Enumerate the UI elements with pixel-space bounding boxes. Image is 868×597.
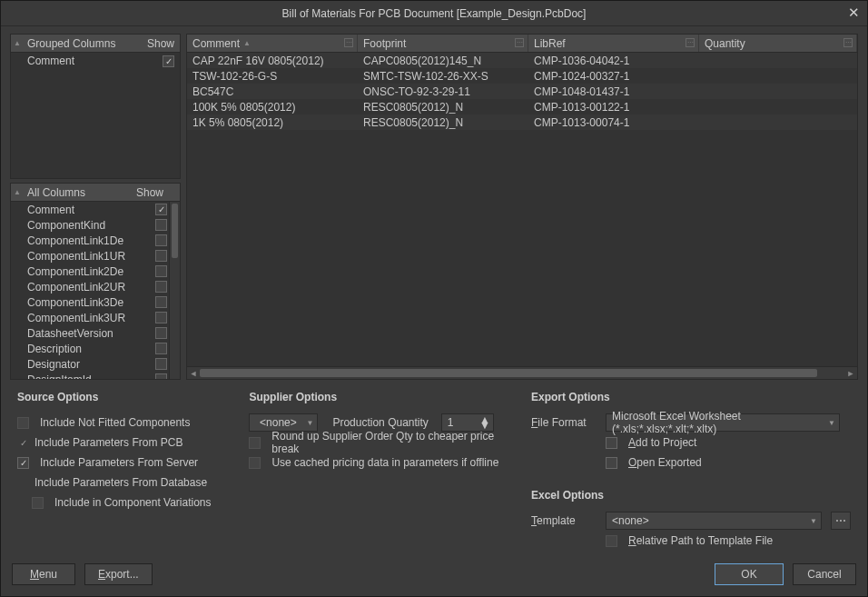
checkbox[interactable] <box>155 204 167 215</box>
grouped-columns-panel: ▲ Grouped Columns Show Comment <box>10 34 181 179</box>
checkbox[interactable] <box>155 358 167 370</box>
options-area: Source Options Include Not Fitted Compon… <box>1 383 867 556</box>
close-icon[interactable]: ✕ <box>848 5 860 21</box>
supplier-dropdown: <none>▼ <box>249 413 318 432</box>
checkbox[interactable] <box>155 327 167 339</box>
option-label: Round up Supplier Order Qty to cheaper p… <box>271 430 522 455</box>
column-name-label: ComponentLink2UR <box>27 281 155 294</box>
all-columns-row[interactable]: DatasheetVersion <box>11 325 180 341</box>
scrollbar-thumb[interactable] <box>200 369 817 377</box>
export-button[interactable]: Export... <box>84 563 153 585</box>
all-columns-row[interactable]: Comment <box>11 202 180 217</box>
filter-icon[interactable]: ⋯ <box>344 38 353 47</box>
button-label: OK <box>741 568 756 581</box>
checkbox[interactable] <box>155 296 167 308</box>
opt-cached-pricing: Use cached pricing data in parameters if… <box>249 453 522 473</box>
filter-icon[interactable]: ⋯ <box>515 38 524 47</box>
checkbox[interactable] <box>606 437 617 449</box>
dialog-footer: Menu Export... OK Cancel <box>1 556 867 596</box>
all-columns-row[interactable]: ComponentLink3De <box>11 294 180 310</box>
checkbox[interactable] <box>17 457 29 469</box>
all-columns-row[interactable]: ComponentLink2UR <box>11 279 180 294</box>
all-columns-header[interactable]: ▲ All Columns Show <box>11 184 180 202</box>
sort-icon[interactable]: ▲ <box>11 188 24 196</box>
column-name-label: Designator <box>27 358 155 371</box>
production-qty-label: Production Quantity <box>332 416 428 429</box>
checkbox[interactable] <box>155 373 167 379</box>
checkbox[interactable] <box>163 55 174 67</box>
all-columns-row[interactable]: DesignItemId <box>11 372 180 379</box>
table-row[interactable]: 1K 5% 0805(2012)RESC0805(2012)_NCMP-1013… <box>187 114 857 130</box>
filter-icon[interactable]: ⋯ <box>843 38 853 47</box>
checkbox[interactable] <box>155 265 167 277</box>
opt-relative-path: Relative Path to Template File <box>531 531 851 551</box>
cell-comment: TSW-102-26-G-S <box>187 70 358 83</box>
col-header-label: Quantity <box>705 37 745 50</box>
grouped-columns-label: Grouped Columns <box>24 37 142 50</box>
all-columns-row[interactable]: Designator <box>11 356 180 372</box>
chevron-down-icon: ▼ <box>307 419 314 427</box>
grid-horizontal-scrollbar[interactable]: ◄ ► <box>187 366 857 379</box>
column-name-label: DatasheetVersion <box>27 327 155 340</box>
table-row[interactable]: TSW-102-26-G-SSMTC-TSW-102-26-XX-SCMP-10… <box>187 68 857 84</box>
opt-open-exported[interactable]: Open Exported <box>531 453 851 473</box>
cancel-button[interactable]: Cancel <box>793 563 856 585</box>
opt-add-to-project[interactable]: Add to Project <box>531 433 851 453</box>
supplier-options: Supplier Options <none>▼ Production Quan… <box>249 391 522 551</box>
col-header-footprint[interactable]: Footprint⋯ <box>358 35 528 52</box>
all-columns-row[interactable]: Description <box>11 341 180 356</box>
sort-asc-icon: ▲ <box>243 39 251 47</box>
all-columns-row[interactable]: ComponentKind <box>11 217 180 233</box>
checkbox[interactable] <box>155 312 167 323</box>
menu-button[interactable]: Menu <box>12 563 75 585</box>
cell-footprint: SMTC-TSW-102-26-XX-S <box>358 70 528 83</box>
checkbox[interactable] <box>155 250 167 262</box>
table-row[interactable]: CAP 22nF 16V 0805(2012)CAPC0805(2012)145… <box>187 53 857 68</box>
filter-icon[interactable]: ⋯ <box>686 38 695 47</box>
option-label: Include Not Fitted Components <box>40 416 190 429</box>
grouped-columns-header[interactable]: ▲ Grouped Columns Show <box>11 35 180 53</box>
opt-round-up-qty: Round up Supplier Order Qty to cheaper p… <box>249 433 522 453</box>
grouped-row[interactable]: Comment <box>11 53 180 69</box>
chevron-down-icon[interactable]: ▼ <box>828 419 835 427</box>
opt-include-params-server[interactable]: Include Parameters From Server <box>17 453 240 473</box>
checkbox[interactable] <box>155 219 167 231</box>
all-columns-row[interactable]: ComponentLink1UR <box>11 248 180 264</box>
col-header-label: Comment <box>192 37 240 50</box>
scroll-right-icon[interactable]: ► <box>844 367 857 379</box>
sort-icon[interactable]: ▲ <box>11 39 24 47</box>
grid-header: Comment▲⋯ Footprint⋯ LibRef⋯ Quantity⋯ <box>187 35 857 53</box>
option-label: Relative Path to Template File <box>628 534 773 547</box>
button-label: Cancel <box>807 568 841 581</box>
all-columns-scrollbar[interactable] <box>169 202 180 379</box>
col-header-comment[interactable]: Comment▲⋯ <box>187 35 358 52</box>
checkbox[interactable] <box>155 343 167 354</box>
table-row[interactable]: BC547CONSC-TO-92-3-29-11CMP-1048-01437-1 <box>187 84 857 99</box>
template-dropdown[interactable]: <none>▼ <box>606 512 822 530</box>
chevron-down-icon[interactable]: ▼ <box>810 517 817 525</box>
dropdown-value: <none> <box>260 416 297 429</box>
scroll-left-icon[interactable]: ◄ <box>187 367 200 379</box>
column-name-label: ComponentLink3UR <box>27 312 155 324</box>
spinner-arrows-icon: ▲▼ <box>479 417 490 428</box>
checkbox[interactable] <box>155 281 167 293</box>
table-row[interactable]: 100K 5% 0805(2012)RESC0805(2012)_NCMP-10… <box>187 99 857 114</box>
template-browse-button[interactable]: ⋯ <box>831 512 851 530</box>
col-header-libref[interactable]: LibRef⋯ <box>528 35 699 52</box>
col-header-quantity[interactable]: Quantity⋯ <box>699 35 857 52</box>
checkbox[interactable] <box>155 234 167 246</box>
column-name-label: ComponentLink1UR <box>27 250 155 263</box>
column-name-label: ComponentKind <box>27 219 155 232</box>
all-columns-row[interactable]: ComponentLink3UR <box>11 310 180 325</box>
check-icon: ✓ <box>17 438 29 448</box>
column-name-label: ComponentLink3De <box>27 296 155 309</box>
all-columns-row[interactable]: ComponentLink2De <box>11 264 180 279</box>
file-format-dropdown[interactable]: Microsoft Excel Worksheet (*.xls;*.xlsx;… <box>606 413 840 432</box>
main-area: ▲ Grouped Columns Show Comment ▲ All Col… <box>1 26 867 383</box>
scrollbar-thumb[interactable] <box>172 204 178 258</box>
dropdown-value: Microsoft Excel Worksheet (*.xls;*.xlsx;… <box>612 410 823 435</box>
all-columns-row[interactable]: ComponentLink1De <box>11 233 180 248</box>
ok-button[interactable]: OK <box>715 563 784 585</box>
checkbox[interactable] <box>606 457 617 469</box>
button-label: Export... <box>98 568 139 581</box>
